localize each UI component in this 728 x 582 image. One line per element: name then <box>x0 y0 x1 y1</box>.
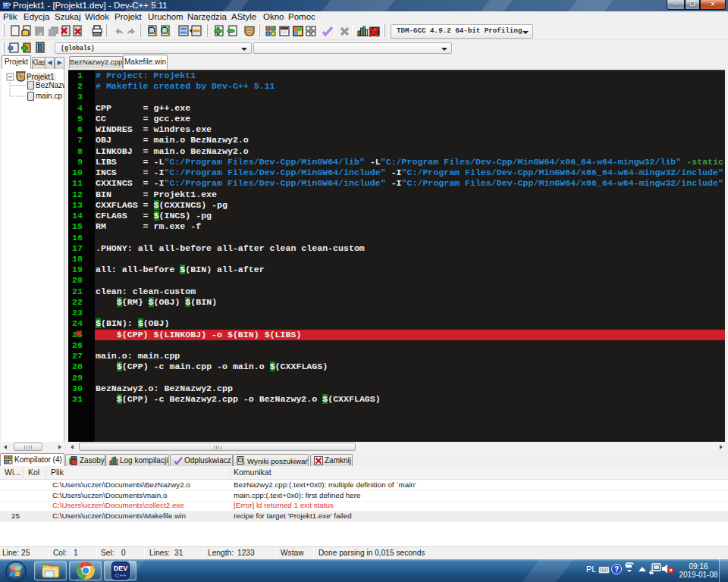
svg-text:C++: C++ <box>115 572 126 579</box>
svg-text:?: ? <box>614 565 619 574</box>
svg-text:DEV: DEV <box>114 565 128 572</box>
